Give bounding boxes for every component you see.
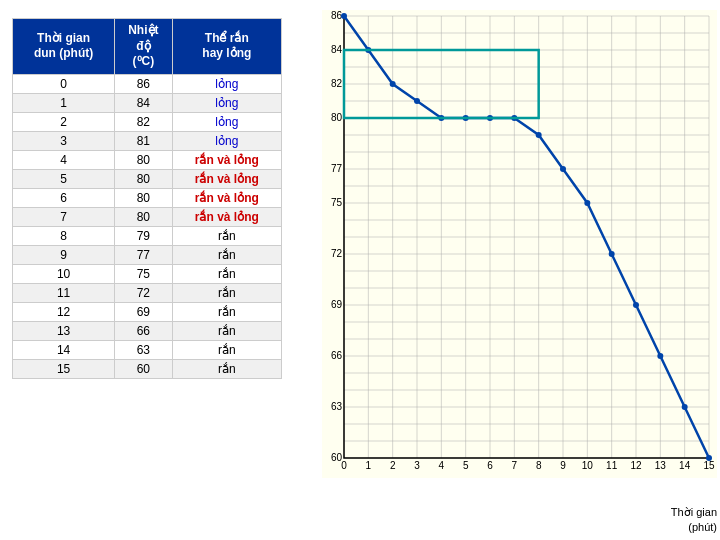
cell-time: 3 xyxy=(13,131,115,150)
cell-temp: 81 xyxy=(115,131,172,150)
table-row: 184lỏng xyxy=(13,93,282,112)
cell-time: 11 xyxy=(13,283,115,302)
table-row: 680rắn và lỏng xyxy=(13,188,282,207)
right-panel: Thời gian(phút) xyxy=(290,0,720,540)
cell-temp: 66 xyxy=(115,321,172,340)
cell-time: 14 xyxy=(13,340,115,359)
chart-area: Thời gian(phút) xyxy=(322,10,717,512)
table-row: 282lỏng xyxy=(13,112,282,131)
table-row: 977rắn xyxy=(13,245,282,264)
col-header-temp: Nhiệtđộ(⁰C) xyxy=(115,19,172,75)
cell-temp: 77 xyxy=(115,245,172,264)
cell-temp: 80 xyxy=(115,207,172,226)
col-header-time: Thời giandun (phút) xyxy=(13,19,115,75)
left-panel: Thời giandun (phút) Nhiệtđộ(⁰C) Thể rắnh… xyxy=(0,0,290,540)
cell-state: rắn và lỏng xyxy=(172,169,281,188)
cell-time: 1 xyxy=(13,93,115,112)
cell-state: rắn và lỏng xyxy=(172,150,281,169)
cell-temp: 80 xyxy=(115,150,172,169)
cell-temp: 84 xyxy=(115,93,172,112)
cell-time: 10 xyxy=(13,264,115,283)
table-row: 1075rắn xyxy=(13,264,282,283)
cell-state: rắn xyxy=(172,264,281,283)
cell-temp: 79 xyxy=(115,226,172,245)
cell-state: rắn xyxy=(172,340,281,359)
table-row: 879rắn xyxy=(13,226,282,245)
table-row: 1463rắn xyxy=(13,340,282,359)
cell-temp: 69 xyxy=(115,302,172,321)
cell-time: 6 xyxy=(13,188,115,207)
cell-state: lỏng xyxy=(172,131,281,150)
cell-temp: 80 xyxy=(115,188,172,207)
table-row: 780rắn và lỏng xyxy=(13,207,282,226)
x-axis-label: Thời gian(phút) xyxy=(671,505,717,534)
cell-temp: 75 xyxy=(115,264,172,283)
cell-state: rắn xyxy=(172,302,281,321)
table-row: 381lỏng xyxy=(13,131,282,150)
cell-time: 13 xyxy=(13,321,115,340)
cell-temp: 63 xyxy=(115,340,172,359)
table-row: 1366rắn xyxy=(13,321,282,340)
cell-state: rắn xyxy=(172,245,281,264)
table-row: 480rắn và lỏng xyxy=(13,150,282,169)
cell-state: rắn và lỏng xyxy=(172,207,281,226)
cell-time: 12 xyxy=(13,302,115,321)
cell-time: 4 xyxy=(13,150,115,169)
cell-time: 8 xyxy=(13,226,115,245)
cell-temp: 82 xyxy=(115,112,172,131)
cell-state: lỏng xyxy=(172,112,281,131)
table-row: 1560rắn xyxy=(13,359,282,378)
cell-state: rắn xyxy=(172,359,281,378)
cell-time: 7 xyxy=(13,207,115,226)
cell-state: lỏng xyxy=(172,93,281,112)
table-row: 1172rắn xyxy=(13,283,282,302)
cell-time: 0 xyxy=(13,74,115,93)
cell-state: rắn và lỏng xyxy=(172,188,281,207)
cell-time: 2 xyxy=(13,112,115,131)
data-table: Thời giandun (phút) Nhiệtđộ(⁰C) Thể rắnh… xyxy=(12,18,282,379)
cell-temp: 80 xyxy=(115,169,172,188)
cell-temp: 72 xyxy=(115,283,172,302)
cell-temp: 60 xyxy=(115,359,172,378)
cell-state: lỏng xyxy=(172,74,281,93)
cell-time: 15 xyxy=(13,359,115,378)
table-row: 086lỏng xyxy=(13,74,282,93)
cell-temp: 86 xyxy=(115,74,172,93)
cell-state: rắn xyxy=(172,226,281,245)
cell-time: 5 xyxy=(13,169,115,188)
table-row: 580rắn và lỏng xyxy=(13,169,282,188)
col-header-state: Thể rắnhay lỏng xyxy=(172,19,281,75)
table-row: 1269rắn xyxy=(13,302,282,321)
cell-time: 9 xyxy=(13,245,115,264)
cell-state: rắn xyxy=(172,321,281,340)
cell-state: rắn xyxy=(172,283,281,302)
